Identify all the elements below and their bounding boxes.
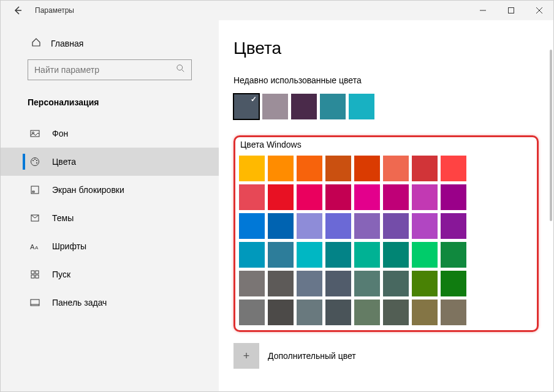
color-swatch[interactable]	[383, 271, 409, 296]
color-swatch[interactable]	[325, 156, 351, 181]
recent-colors-header: Недавно использованные цвета	[233, 75, 539, 85]
picture-icon	[28, 129, 42, 138]
sidebar-item-start[interactable]: Пуск	[1, 260, 219, 288]
recent-color-swatch[interactable]	[291, 94, 317, 119]
color-swatch[interactable]	[297, 242, 322, 268]
color-swatch[interactable]	[297, 184, 322, 210]
svg-rect-6	[31, 130, 39, 137]
color-swatch[interactable]	[441, 156, 466, 181]
color-swatch[interactable]	[268, 271, 294, 296]
color-swatch[interactable]	[239, 300, 265, 325]
recent-color-swatch[interactable]	[262, 94, 288, 119]
color-swatch[interactable]	[412, 184, 438, 210]
sidebar-item-themes[interactable]: Темы	[1, 204, 219, 232]
svg-text:A: A	[35, 245, 39, 251]
recent-color-swatch[interactable]	[233, 94, 259, 119]
sidebar-item-colors[interactable]: Цвета	[1, 148, 219, 176]
color-swatch[interactable]	[354, 271, 380, 296]
color-swatch[interactable]	[383, 213, 409, 239]
color-swatch[interactable]	[441, 300, 466, 325]
home-label: Главная	[51, 39, 83, 48]
color-swatch[interactable]	[268, 213, 294, 239]
color-swatch[interactable]	[325, 300, 351, 325]
recent-color-swatch[interactable]	[349, 94, 374, 119]
minimize-icon	[480, 7, 486, 13]
color-swatch[interactable]	[325, 242, 351, 268]
search-icon	[176, 64, 185, 75]
color-swatch[interactable]	[412, 213, 438, 239]
color-swatch[interactable]	[268, 242, 294, 268]
maximize-button[interactable]	[497, 1, 525, 20]
windows-colors-header: Цвета Windows	[239, 140, 533, 149]
add-custom-color-button[interactable]: +	[233, 343, 259, 369]
main-content: Цвета Недавно использованные цвета Цвета…	[219, 20, 553, 392]
color-swatch[interactable]	[441, 184, 466, 210]
color-grid	[239, 156, 533, 325]
color-swatch[interactable]	[268, 300, 294, 325]
svg-text:A: A	[30, 243, 35, 251]
color-swatch[interactable]	[297, 213, 322, 239]
svg-line-5	[182, 70, 184, 72]
home-link[interactable]: Главная	[1, 32, 219, 59]
color-swatch[interactable]	[325, 271, 351, 296]
lockscreen-icon	[28, 185, 42, 195]
color-swatch[interactable]	[412, 156, 438, 181]
sidebar-item-background[interactable]: Фон	[1, 119, 219, 148]
search-input[interactable]	[34, 65, 176, 75]
color-swatch[interactable]	[383, 184, 409, 210]
nav-label: Экран блокировки	[52, 185, 124, 195]
color-swatch[interactable]	[239, 213, 265, 239]
close-button[interactable]	[525, 1, 553, 20]
color-swatch[interactable]	[412, 271, 438, 296]
minimize-button[interactable]	[469, 1, 497, 20]
color-swatch[interactable]	[239, 242, 265, 268]
color-swatch[interactable]	[325, 184, 351, 210]
color-swatch[interactable]	[325, 213, 351, 239]
color-swatch[interactable]	[354, 242, 380, 268]
fonts-icon: AA	[28, 242, 42, 251]
nav-label: Панель задач	[52, 298, 107, 307]
section-header: Персонализация	[1, 92, 219, 119]
taskbar-icon	[28, 298, 42, 307]
color-swatch[interactable]	[412, 242, 438, 268]
color-swatch[interactable]	[354, 213, 380, 239]
home-icon	[31, 37, 41, 50]
color-swatch[interactable]	[268, 184, 294, 210]
svg-rect-21	[36, 275, 39, 278]
color-swatch[interactable]	[383, 300, 409, 325]
color-swatch[interactable]	[441, 242, 466, 268]
palette-icon	[28, 157, 42, 167]
sidebar-item-taskbar[interactable]: Панель задач	[1, 288, 219, 317]
recent-color-swatch[interactable]	[320, 94, 346, 119]
svg-point-9	[32, 160, 34, 161]
color-swatch[interactable]	[354, 156, 380, 181]
color-swatch[interactable]	[441, 271, 466, 296]
color-swatch[interactable]	[297, 156, 322, 181]
svg-rect-14	[32, 191, 34, 192]
color-swatch[interactable]	[239, 271, 265, 296]
page-title: Цвета	[233, 39, 539, 58]
color-swatch[interactable]	[383, 242, 409, 268]
svg-rect-20	[31, 275, 34, 278]
nav-label: Цвета	[52, 157, 76, 167]
arrow-left-icon	[13, 6, 23, 15]
color-swatch[interactable]	[239, 156, 265, 181]
window-title: Параметры	[35, 6, 74, 15]
custom-color-row: + Дополнительный цвет	[233, 343, 539, 369]
color-swatch[interactable]	[297, 300, 322, 325]
scrollbar[interactable]	[550, 50, 552, 221]
color-swatch[interactable]	[354, 300, 380, 325]
sidebar-item-lockscreen[interactable]: Экран блокировки	[1, 176, 219, 204]
svg-rect-1	[509, 8, 514, 13]
color-swatch[interactable]	[268, 156, 294, 181]
color-swatch[interactable]	[354, 184, 380, 210]
color-swatch[interactable]	[412, 300, 438, 325]
sidebar-item-fonts[interactable]: AA Шрифты	[1, 232, 219, 260]
color-swatch[interactable]	[441, 213, 466, 239]
back-button[interactable]	[6, 1, 30, 20]
svg-point-10	[34, 159, 36, 160]
color-swatch[interactable]	[383, 156, 409, 181]
search-box[interactable]	[28, 59, 192, 80]
color-swatch[interactable]	[297, 271, 322, 296]
color-swatch[interactable]	[239, 184, 265, 210]
